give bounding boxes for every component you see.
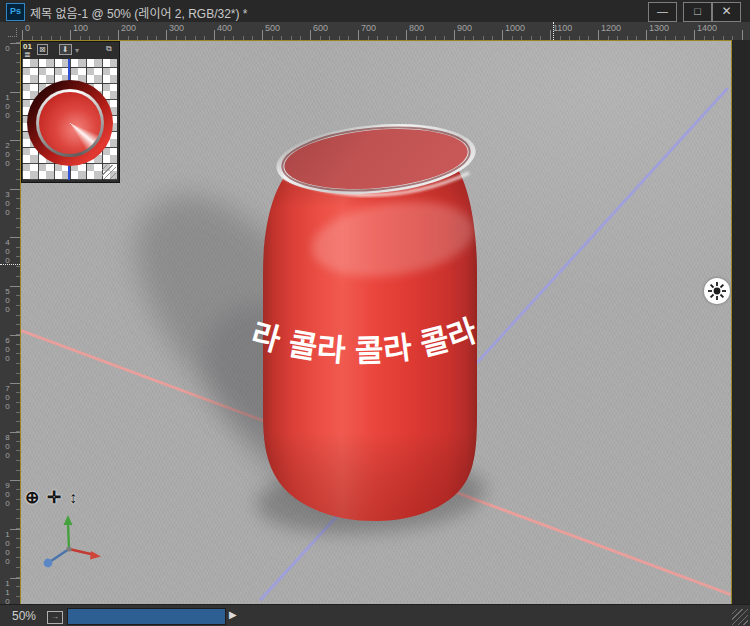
ruler-label: 100 xyxy=(73,23,88,33)
ruler-label: 500 xyxy=(3,287,12,314)
ruler-label: 600 xyxy=(313,23,328,33)
ruler-label: 400 xyxy=(3,238,12,265)
ruler-label: 200 xyxy=(3,141,12,168)
vertical-ruler[interactable]: 010020030040050060070080090010001100 xyxy=(0,40,20,604)
ruler-label: 600 xyxy=(3,336,12,363)
pan-camera-icon[interactable]: ✛ xyxy=(47,489,61,507)
view-select-icon[interactable]: ⬇ xyxy=(59,44,72,55)
ruler-label: 800 xyxy=(3,433,12,460)
dolly-camera-icon[interactable]: ↕ xyxy=(69,489,77,507)
document-info-box[interactable] xyxy=(67,608,226,625)
ruler-label: 0 xyxy=(3,44,12,53)
ruler-label: 0 xyxy=(25,23,30,33)
cola-can-3d-object[interactable]: 라 콜라 콜라 콜라 콜 xyxy=(243,121,483,521)
top-view-can-lid xyxy=(39,92,101,154)
zoom-level-field[interactable]: 50% xyxy=(12,609,36,623)
secondary-view-header: 01 ≣ ⊠ ⬇ ▾ ⧉ xyxy=(22,42,119,59)
y-axis-arrow xyxy=(64,515,73,525)
photoshop-app-icon: Ps xyxy=(6,3,25,21)
ruler-label: 500 xyxy=(265,23,280,33)
ruler-label: 900 xyxy=(3,481,12,508)
dropdown-caret-icon[interactable]: ▾ xyxy=(75,46,79,55)
3d-axis-widget[interactable] xyxy=(37,511,107,581)
document-export-icon[interactable]: → xyxy=(47,611,63,624)
camera-swap-icon[interactable]: ⊠ xyxy=(37,44,48,55)
minimize-button[interactable]: — xyxy=(648,2,677,22)
ruler-label: 400 xyxy=(217,23,232,33)
ruler-label: 100 xyxy=(3,93,12,120)
photoshop-window: Ps 제목 없음-1 @ 50% (레이어 2, RGB/32*) * — □ … xyxy=(0,0,750,626)
horizontal-ruler[interactable]: 0100200300400500600700800900100011001200… xyxy=(20,22,750,40)
close-button[interactable]: ✕ xyxy=(712,2,741,22)
ruler-label: 300 xyxy=(169,23,184,33)
ruler-label: 1400 xyxy=(697,23,717,33)
maximize-button[interactable]: □ xyxy=(683,2,712,22)
menu-icon[interactable]: ≣ xyxy=(24,50,31,59)
secondary-view-panel[interactable]: 01 ≣ ⊠ ⬇ ▾ ⧉ xyxy=(21,41,120,183)
ruler-label: 200 xyxy=(121,23,136,33)
ruler-label: 900 xyxy=(457,23,472,33)
ruler-label: 1200 xyxy=(601,23,621,33)
z-axis-arrow xyxy=(44,559,53,568)
title-bar[interactable]: Ps 제목 없음-1 @ 50% (레이어 2, RGB/32*) * — □ … xyxy=(0,0,750,23)
status-menu-arrow[interactable]: ▶ xyxy=(229,609,237,620)
ruler-label: 1000 xyxy=(3,530,12,566)
swap-view-icon[interactable]: ⧉ xyxy=(106,44,112,53)
ruler-label: 1000 xyxy=(505,23,525,33)
x-axis-arrow xyxy=(90,551,101,560)
sun-icon xyxy=(704,278,730,304)
ruler-origin-corner[interactable] xyxy=(0,22,21,41)
ruler-label: 1100 xyxy=(553,23,572,33)
ruler-label: 800 xyxy=(409,23,424,33)
document-title: 제목 없음-1 @ 50% (레이어 2, RGB/32*) * xyxy=(30,4,248,21)
ruler-label: 300 xyxy=(3,190,12,217)
ruler-label: 700 xyxy=(361,23,376,33)
secondary-view-top-view[interactable] xyxy=(22,59,117,180)
3d-viewport-canvas[interactable]: 라 콜라 콜라 콜라 콜 ⊕ ✛ ↕ xyxy=(20,40,732,606)
status-bar: 50% → ▶ xyxy=(0,604,750,626)
3d-light-widget[interactable] xyxy=(704,278,730,304)
ruler-label: 1300 xyxy=(649,23,669,33)
ruler-label: 700 xyxy=(3,384,12,411)
window-resize-grip[interactable] xyxy=(732,609,748,625)
secondary-view-resize-grip[interactable] xyxy=(102,165,116,179)
orbit-camera-icon[interactable]: ⊕ xyxy=(25,489,39,507)
